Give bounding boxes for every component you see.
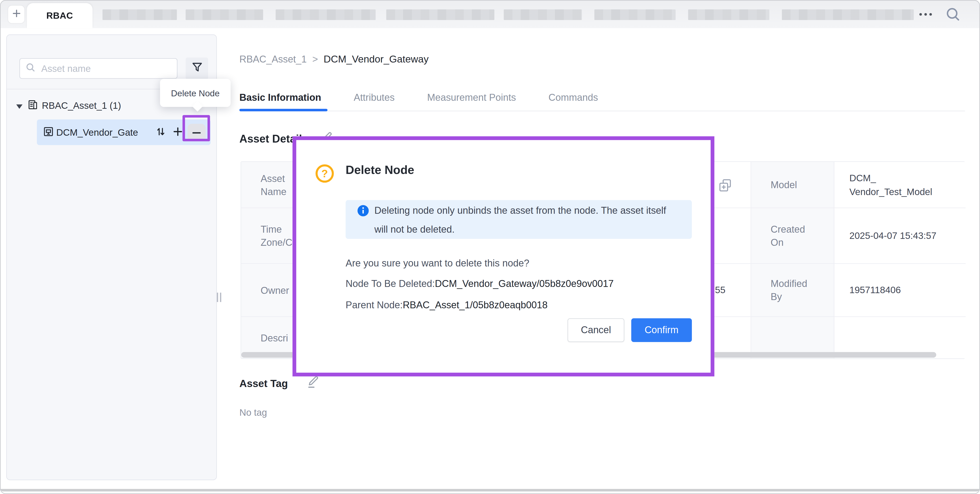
breadcrumb-parent[interactable]: RBAC_Asset_1	[239, 54, 307, 64]
sidebar-resize-handle[interactable]	[217, 293, 221, 302]
app-window: RBAC RBAC_Asset_1	[0, 0, 980, 494]
parent-node-line: Parent Node:RBAC_Asset_1/05b8z0eaqb0018	[346, 298, 547, 312]
redacted-tab	[276, 10, 376, 20]
table-label-cell: Model	[751, 162, 834, 208]
content-tabs: Basic Information Attributes Measurement…	[239, 91, 598, 105]
table-label-cell: Modified By	[751, 264, 834, 317]
cancel-button[interactable]: Cancel	[568, 318, 625, 342]
copy-icon[interactable]	[718, 178, 733, 195]
tab-basic-information[interactable]: Basic Information	[239, 91, 321, 105]
svg-text:?: ?	[321, 168, 328, 180]
node-to-delete-line: Node To Be Deleted:DCM_Vendor_Gateway/05…	[346, 277, 614, 291]
redacted-tab	[186, 10, 263, 20]
asset-search-input[interactable]	[40, 62, 171, 74]
breadcrumb-current: DCM_Vendor_Gateway	[324, 54, 429, 64]
tree-expand-caret[interactable]	[16, 104, 22, 109]
table-value-cell: 1957118406	[834, 264, 966, 317]
filter-icon	[190, 61, 204, 76]
confirm-button[interactable]: Confirm	[631, 318, 692, 342]
tab-commands[interactable]: Commands	[549, 91, 598, 105]
plus-icon	[11, 8, 21, 20]
tab-attributes[interactable]: Attributes	[354, 91, 395, 105]
asset-tag-title: Asset Tag	[239, 377, 288, 390]
more-icon[interactable]	[919, 13, 932, 15]
info-alert-text: Deleting node only unbinds the asset fro…	[374, 201, 667, 239]
tabs-divider	[239, 111, 965, 112]
tab-label: RBAC	[46, 11, 73, 21]
hidden-value-fragment: 55	[715, 284, 725, 295]
redacted-tab	[688, 10, 769, 20]
device-icon	[43, 126, 54, 139]
active-tab-underline	[239, 109, 328, 111]
modal-title: Delete Node	[346, 163, 414, 177]
table-value-cell: DCM_Vendor_Test_Model	[834, 162, 966, 208]
question-circle-icon: ?	[315, 164, 334, 186]
table-value-cell: 2025-04-07 15:43:57	[834, 208, 966, 264]
breadcrumb-separator: >	[312, 54, 318, 64]
window-bottom-edge	[1, 489, 979, 491]
redacted-tab	[102, 10, 177, 20]
asset-search-box[interactable]	[19, 58, 177, 79]
info-alert: Deleting node only unbinds the asset fro…	[346, 200, 692, 239]
tab-rbac[interactable]: RBAC	[27, 3, 92, 28]
parent-node-value: RBAC_Asset_1/05b8z0eaqb0018	[402, 300, 547, 310]
filter-button[interactable]	[186, 57, 208, 80]
tree-node-child-label: DCM_Vendor_Gate	[56, 126, 154, 138]
asset-group-icon	[27, 99, 38, 113]
node-to-delete-value: DCM_Vendor_Gateway/05b8z0e9ov0017	[435, 278, 614, 289]
tree-node-parent[interactable]: RBAC_Asset_1 (1)	[42, 99, 121, 111]
redacted-tab	[782, 10, 914, 20]
redacted-tab	[386, 10, 494, 20]
delete-node-modal: ? Delete Node Deleting node only unbinds…	[293, 136, 714, 376]
parent-node-label: Parent Node:	[346, 300, 403, 310]
no-tag-text: No tag	[239, 406, 267, 419]
modal-question: Are you sure you want to delete this nod…	[346, 257, 529, 270]
add-node-icon[interactable]	[172, 126, 183, 139]
redacted-tab	[594, 10, 675, 20]
tab-measurement-points[interactable]: Measurement Points	[427, 91, 516, 105]
sort-nodes-icon[interactable]	[156, 126, 166, 139]
search-icon	[25, 62, 36, 75]
new-tab-button[interactable]	[8, 6, 24, 23]
tooltip-text: Delete Node	[171, 88, 220, 98]
annotation-box-minus	[183, 115, 210, 141]
redacted-tab	[504, 10, 582, 20]
delete-node-tooltip: Delete Node	[160, 79, 231, 107]
node-to-delete-label: Node To Be Deleted:	[346, 278, 435, 289]
edit-asset-tag-icon[interactable]	[306, 374, 320, 392]
table-label-cell: Created On	[751, 208, 834, 264]
breadcrumb: RBAC_Asset_1>DCM_Vendor_Gateway	[239, 53, 429, 66]
search-icon[interactable]	[945, 6, 961, 25]
browser-tab-bar: RBAC	[1, 1, 979, 28]
info-icon	[358, 205, 369, 219]
